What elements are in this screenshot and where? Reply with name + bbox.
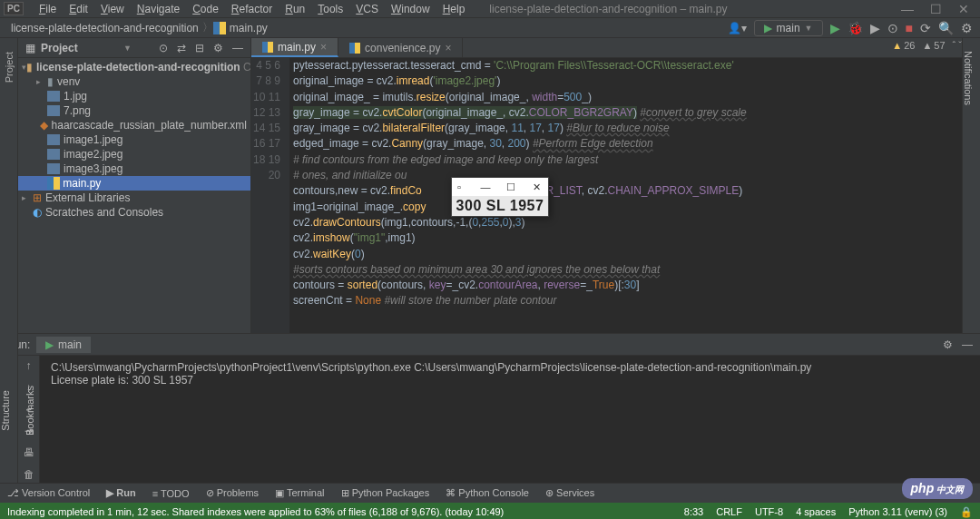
menu-run[interactable]: Run <box>279 3 311 15</box>
settings-icon[interactable]: ⚙ <box>961 21 973 35</box>
breadcrumb-project[interactable]: license-plate-detection-and-recognition <box>7 22 202 34</box>
run-config-name: main <box>777 22 800 34</box>
collapse-icon[interactable]: ⊟ <box>195 42 204 54</box>
tree-file[interactable]: ◆haarcascade_russian_plate_number.xml <box>18 118 250 132</box>
popup-titlebar[interactable]: ▫ — ☐ ✕ <box>452 178 548 196</box>
breadcrumb-file[interactable]: main.py <box>226 22 271 34</box>
line-gutter[interactable]: 4 5 6 7 8 9 10 11 12 13 14 15 16 17 18 1… <box>251 58 289 333</box>
menu-window[interactable]: Window <box>385 3 436 15</box>
close-tab-icon[interactable]: × <box>445 42 451 54</box>
user-icon[interactable]: 👤▾ <box>728 22 747 34</box>
library-icon: ⊞ <box>33 191 42 204</box>
run-process-tab[interactable]: ▶ main <box>36 337 91 353</box>
svg-rect-1 <box>220 22 226 34</box>
tree-main-py[interactable]: main.py <box>18 176 250 191</box>
services-tab[interactable]: ⊛ Services <box>545 487 594 499</box>
play-icon: ▶ <box>45 338 54 351</box>
chevron-right-icon[interactable]: ▸ <box>36 77 47 86</box>
caret-position[interactable]: 8:33 <box>684 506 703 518</box>
image-file-icon <box>47 105 60 116</box>
run-output[interactable]: C:\Users\mwang\PycharmProjects\pythonPro… <box>40 356 980 483</box>
tree-file[interactable]: 7.png <box>18 103 250 118</box>
chevron-down-icon[interactable]: ▼ <box>123 44 132 53</box>
menu-code[interactable]: Code <box>186 3 225 15</box>
run-tab-bar: Run: ▶ main ⚙ — <box>0 334 980 356</box>
code-content[interactable]: pytesseract.pytesseract.tesseract_cmd = … <box>289 58 967 333</box>
coverage-button[interactable]: ▶ <box>870 21 880 35</box>
menu-view[interactable]: View <box>94 3 131 15</box>
trash-icon[interactable]: 🗑 <box>24 468 34 481</box>
close-icon[interactable]: ✕ <box>530 181 543 193</box>
todo-tab[interactable]: ≡ TODO <box>152 488 190 499</box>
git-update-icon[interactable]: ⟳ <box>920 21 931 35</box>
menu-navigate[interactable]: Navigate <box>131 3 186 15</box>
hide-icon[interactable]: — <box>962 338 973 351</box>
gear-icon[interactable]: ⚙ <box>943 338 953 351</box>
run-button[interactable]: ▶ <box>830 21 840 35</box>
right-tool-stripe: Notifications <box>962 38 980 333</box>
svg-rect-2 <box>47 91 60 102</box>
tree-external[interactable]: ▸⊞External Libraries <box>18 191 250 205</box>
tree-venv[interactable]: ▸▮venv <box>18 74 250 89</box>
maximize-icon[interactable]: ☐ <box>505 181 517 193</box>
tree-file[interactable]: image2.jpeg <box>18 147 250 162</box>
maximize-icon[interactable]: ☐ <box>930 2 942 16</box>
packages-tab[interactable]: ⊞ Python Packages <box>341 487 430 499</box>
svg-rect-3 <box>47 105 60 116</box>
interpreter[interactable]: Python 3.11 (venv) (3) <box>848 506 947 518</box>
vcs-tab[interactable]: ⎇ Version Control <box>7 487 90 499</box>
lock-icon[interactable]: 🔒 <box>960 506 973 518</box>
up-icon[interactable]: ↑ <box>26 359 32 372</box>
imshow-window[interactable]: ▫ — ☐ ✕ 300 SL 1957 <box>451 177 549 217</box>
project-tree[interactable]: ▾ ▮ license-plate-detection-and-recognit… <box>18 58 250 221</box>
menu-help[interactable]: Help <box>436 3 472 15</box>
print-icon[interactable]: 🖶 <box>24 446 34 459</box>
structure-tool-tab[interactable]: Structure <box>0 390 11 431</box>
editor-inspections[interactable]: 26 57 ˆ ˇ <box>892 40 962 51</box>
minimize-icon[interactable]: — <box>901 2 914 16</box>
menu-tools[interactable]: Tools <box>311 3 349 15</box>
project-tool-tab[interactable]: Project <box>2 47 16 87</box>
locate-icon[interactable]: ⊙ <box>159 42 168 54</box>
stop-button[interactable]: ■ <box>906 21 913 35</box>
search-icon[interactable]: 🔍 <box>938 21 954 35</box>
close-icon[interactable]: ✕ <box>958 2 969 16</box>
editor-tab-convenience[interactable]: convenience.py × <box>338 38 463 57</box>
scroll-up-icon[interactable]: ˆ ˇ <box>953 40 962 51</box>
hide-icon[interactable]: — <box>232 42 243 54</box>
line-separator[interactable]: CRLF <box>716 506 742 518</box>
svg-rect-7 <box>47 177 54 190</box>
notifications-tool-tab[interactable]: Notifications <box>961 47 975 109</box>
gear-icon[interactable]: ⚙ <box>213 42 223 54</box>
bookmarks-tool-tab[interactable]: Bookmarks <box>24 386 35 436</box>
terminal-tab[interactable]: ▣ Terminal <box>275 487 324 499</box>
debug-button[interactable]: 🐞 <box>848 21 863 35</box>
close-tab-icon[interactable]: × <box>320 41 327 54</box>
folder-icon: ▮ <box>47 75 54 88</box>
expand-icon[interactable]: ⇄ <box>177 42 186 54</box>
chevron-right-icon[interactable]: ▸ <box>22 193 33 202</box>
weak-warning-count[interactable]: 57 <box>922 40 945 51</box>
editor-tab-main[interactable]: main.py × <box>251 38 338 57</box>
tree-file[interactable]: image1.jpeg <box>18 132 250 147</box>
profile-button[interactable]: ⊙ <box>887 21 898 35</box>
warning-count[interactable]: 26 <box>892 40 915 51</box>
editor-body[interactable]: 4 5 6 7 8 9 10 11 12 13 14 15 16 17 18 1… <box>251 58 980 333</box>
project-dropdown-icon[interactable]: ▦ <box>25 42 35 54</box>
tree-root[interactable]: ▾ ▮ license-plate-detection-and-recognit… <box>18 60 250 74</box>
indent-config[interactable]: 4 spaces <box>796 506 836 518</box>
minimize-icon[interactable]: — <box>479 181 492 193</box>
menu-file[interactable]: File <box>33 3 63 15</box>
file-encoding[interactable]: UTF-8 <box>755 506 783 518</box>
menu-edit[interactable]: Edit <box>63 3 94 15</box>
problems-tab[interactable]: ⊘ Problems <box>206 487 260 499</box>
menu-refactor[interactable]: Refactor <box>225 3 279 15</box>
console-tab[interactable]: ⌘ Python Console <box>446 487 529 499</box>
run-config-selector[interactable]: ▶ main ▼ <box>754 20 823 36</box>
window-icon: ▫ <box>457 181 461 192</box>
run-tab[interactable]: ▶ Run <box>106 487 135 499</box>
tree-file[interactable]: image3.jpeg <box>18 162 250 176</box>
menu-vcs[interactable]: VCS <box>349 3 385 15</box>
tree-file[interactable]: 1.jpg <box>18 89 250 103</box>
tree-scratches[interactable]: ◐Scratches and Consoles <box>18 205 250 220</box>
